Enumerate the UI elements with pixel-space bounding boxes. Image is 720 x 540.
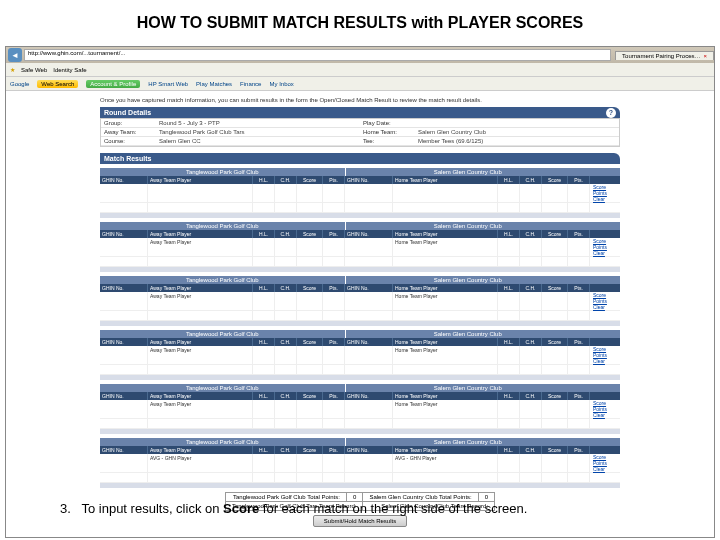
player-row xyxy=(100,311,620,321)
player-row: Away Team Player Home Team Player Score … xyxy=(100,346,620,365)
clear-link[interactable]: Clear xyxy=(593,412,605,418)
val-tee: Member Tees (69.6/125) xyxy=(415,137,619,145)
lbl-home: Home Team: xyxy=(360,128,415,136)
safe-web-label: Safe Web xyxy=(21,67,47,73)
bm-play[interactable]: Play Matches xyxy=(196,81,232,87)
close-tab-icon[interactable]: × xyxy=(703,53,707,59)
browser-window: ◄ http://www.ghin.com/...tournament/... … xyxy=(5,46,715,538)
identity-safe-label: Identity Safe xyxy=(53,67,86,73)
tab-title: Tournament Pairing Proces… xyxy=(622,53,700,59)
player-row: Away Team Player Home Team Player Score … xyxy=(100,400,620,419)
home-team-subhead: Salem Glen Country Club xyxy=(345,276,591,284)
home-team-subhead: Salem Glen Country Club xyxy=(345,330,591,338)
column-headers: GHIN No. Away Team Player H.L. C.H. Scor… xyxy=(100,284,620,292)
bm-search[interactable]: Web Search xyxy=(37,80,78,88)
lbl-course: Course: xyxy=(101,137,156,145)
bm-hp[interactable]: HP Smart Web xyxy=(148,81,188,87)
away-team-subhead: Tanglewood Park Golf Club xyxy=(100,384,345,392)
player-row: AVG - GHN Player AVG - GHN Player Score … xyxy=(100,454,620,473)
player-row xyxy=(100,257,620,267)
column-headers: GHIN No. Away Team Player H.L. C.H. Scor… xyxy=(100,230,620,238)
val-playdate xyxy=(415,119,619,127)
lbl-away: Away Team: xyxy=(101,128,156,136)
val-course: Salem Glen CC xyxy=(156,137,360,145)
home-team-subhead: Salem Glen Country Club xyxy=(345,222,591,230)
away-team-subhead: Tanglewood Park Golf Club xyxy=(100,276,345,284)
away-team-subhead: Tanglewood Park Golf Club xyxy=(100,168,345,176)
match-block: Tanglewood Park Golf Club Salem Glen Cou… xyxy=(100,222,620,272)
player-row xyxy=(100,203,620,213)
match-results-header: Match Results xyxy=(100,153,620,164)
lbl-tee: Tee: xyxy=(360,137,415,145)
footer-instruction: 3. To input results, click on Score for … xyxy=(60,501,680,516)
address-bar[interactable]: http://www.ghin.com/...tournament/... xyxy=(24,49,611,61)
bm-account[interactable]: Account & Profile xyxy=(86,80,140,88)
home-team-subhead: Salem Glen Country Club xyxy=(345,168,591,176)
toolbar: ★ Safe Web Identity Safe xyxy=(6,63,714,77)
away-team-subhead: Tanglewood Park Golf Club xyxy=(100,438,345,446)
away-team-subhead: Tanglewood Park Golf Club xyxy=(100,330,345,338)
val-home: Salem Glen Country Club xyxy=(415,128,619,136)
column-headers: GHIN No. Away Team Player H.L. C.H. Scor… xyxy=(100,176,620,184)
match-block: Tanglewood Park Golf Club Salem Glen Cou… xyxy=(100,276,620,326)
match-block: Tanglewood Park Golf Club Salem Glen Cou… xyxy=(100,438,620,488)
val-away: Tanglewood Park Golf Club Tars xyxy=(156,128,360,136)
match-block: Tanglewood Park Golf Club Salem Glen Cou… xyxy=(100,168,620,218)
player-row xyxy=(100,365,620,375)
round-details-header: Round Details ? xyxy=(100,107,620,118)
player-row: Away Team Player Home Team Player Score … xyxy=(100,292,620,311)
column-headers: GHIN No. Away Team Player H.L. C.H. Scor… xyxy=(100,446,620,454)
match-block: Tanglewood Park Golf Club Salem Glen Cou… xyxy=(100,330,620,380)
clear-link[interactable]: Clear xyxy=(593,196,605,202)
step-number: 3. xyxy=(60,501,71,516)
clear-link[interactable]: Clear xyxy=(593,304,605,310)
clear-link[interactable]: Clear xyxy=(593,466,605,472)
bm-finance[interactable]: Finance xyxy=(240,81,261,87)
home-team-subhead: Salem Glen Country Club xyxy=(345,384,591,392)
player-row: Score Points Clear xyxy=(100,184,620,203)
browser-tab-strip: ◄ http://www.ghin.com/...tournament/... … xyxy=(6,47,714,63)
player-row: Away Team Player Home Team Player Score … xyxy=(100,238,620,257)
bm-google[interactable]: Google xyxy=(10,81,29,87)
bookmarks-bar: Google Web Search Account & Profile HP S… xyxy=(6,77,714,91)
clear-link[interactable]: Clear xyxy=(593,358,605,364)
browser-tab[interactable]: Tournament Pairing Proces… × xyxy=(615,51,714,60)
lbl-playdate: Play Date: xyxy=(360,119,415,127)
bm-inbox[interactable]: My Inbox xyxy=(269,81,293,87)
val-group: Round 5 - July 3 - PTP xyxy=(156,119,360,127)
round-details-grid: Group:Round 5 - July 3 - PTP Play Date: … xyxy=(100,118,620,147)
away-team-subhead: Tanglewood Park Golf Club xyxy=(100,222,345,230)
clear-link[interactable]: Clear xyxy=(593,250,605,256)
player-row xyxy=(100,473,620,483)
player-row xyxy=(100,419,620,429)
instruction-text: Once you have captured match information… xyxy=(100,97,620,103)
page-title: HOW TO SUBMIT MATCH RESULTS with PLAYER … xyxy=(0,0,720,46)
column-headers: GHIN No. Away Team Player H.L. C.H. Scor… xyxy=(100,338,620,346)
submit-results-button[interactable]: Submit/Hold Match Results xyxy=(313,515,407,527)
lbl-group: Group: xyxy=(101,119,156,127)
column-headers: GHIN No. Away Team Player H.L. C.H. Scor… xyxy=(100,392,620,400)
help-icon[interactable]: ? xyxy=(606,108,616,118)
home-team-subhead: Salem Glen Country Club xyxy=(345,438,591,446)
favorites-icon[interactable]: ★ xyxy=(10,66,15,73)
back-button[interactable]: ◄ xyxy=(8,48,22,62)
match-block: Tanglewood Park Golf Club Salem Glen Cou… xyxy=(100,384,620,434)
page-content: Once you have captured match information… xyxy=(6,91,714,537)
